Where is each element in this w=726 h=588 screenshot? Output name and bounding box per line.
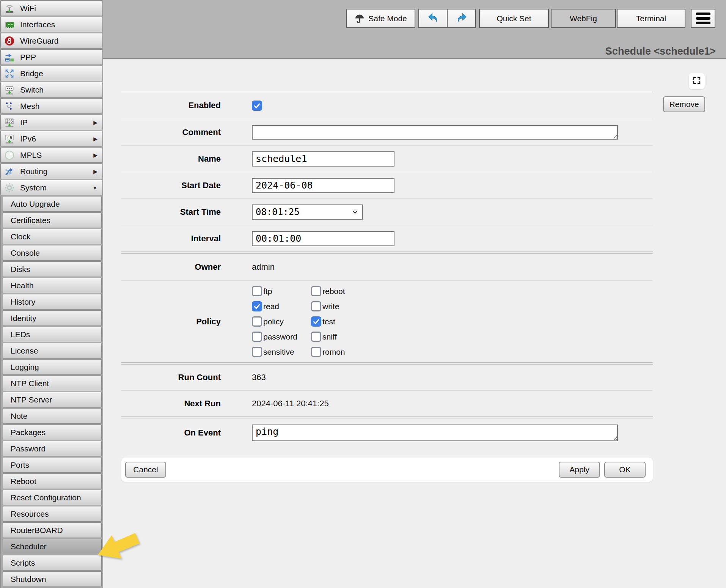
sidebar-item-clock[interactable]: Clock — [3, 229, 102, 244]
hamburger-icon — [696, 13, 710, 24]
sidebar-item-scheduler[interactable]: Scheduler — [3, 539, 102, 554]
quick-set-button[interactable]: Quick Set — [479, 9, 549, 28]
sidebar-item-scripts[interactable]: Scripts — [3, 555, 102, 571]
sidebar-item-console[interactable]: Console — [3, 245, 102, 261]
svg-text:6: 6 — [10, 135, 12, 140]
mpls-icon — [3, 149, 16, 161]
sidebar-item-ntp-server[interactable]: NTP Server — [3, 392, 102, 407]
sniff-checkbox[interactable] — [311, 332, 321, 342]
sidebar-item-note[interactable]: Note — [3, 408, 102, 424]
terminal-button[interactable]: Terminal — [617, 9, 685, 28]
sidebar-item-switch[interactable]: Switch — [0, 82, 103, 97]
interval-label: Interval — [121, 234, 221, 244]
ppp-icon — [3, 51, 16, 63]
enabled-label: Enabled — [121, 101, 221, 110]
webfig-tab[interactable]: WebFig — [551, 9, 616, 28]
sidebar-item-packages[interactable]: Packages — [3, 424, 102, 440]
name-input[interactable] — [252, 151, 394, 167]
write-checkbox[interactable] — [311, 301, 321, 311]
read-checkbox[interactable] — [252, 301, 262, 311]
page-title: Schedule <schedule1> — [605, 46, 716, 57]
sidebar-item-mpls[interactable]: MPLS▶ — [0, 147, 103, 163]
submenu-arrow-right-icon: ▶ — [93, 168, 102, 175]
sidebar-item-resources[interactable]: Resources — [3, 506, 102, 522]
sidebar-item-bridge[interactable]: Bridge — [0, 66, 103, 81]
undo-button[interactable] — [419, 9, 447, 27]
form-section-stats: Run Count 363 Next Run 2024-06-11 20:41:… — [121, 364, 653, 417]
romon-checkbox[interactable] — [311, 347, 321, 357]
interval-input[interactable] — [252, 231, 394, 246]
sidebar-item-label: PPP — [20, 53, 36, 62]
start-time-select[interactable]: 08:01:25 — [252, 204, 363, 220]
password-checkbox[interactable] — [252, 332, 262, 342]
submenu-arrow-right-icon: ▶ — [93, 152, 102, 158]
switch-icon — [3, 84, 16, 96]
sidebar-top-menu: WiFiInterfacesWireGuardPPPBridgeSwitchMe… — [0, 0, 103, 195]
sidebar-item-wifi[interactable]: WiFi — [0, 0, 103, 16]
sidebar-item-history[interactable]: History — [3, 294, 102, 310]
sidebar-item-identity[interactable]: Identity — [3, 310, 102, 326]
sidebar-item-disks[interactable]: Disks — [3, 261, 102, 277]
sidebar-item-system[interactable]: System▼ — [0, 180, 103, 195]
sidebar-item-ip[interactable]: 255IP▶ — [0, 115, 103, 130]
policy-option-read: read — [252, 299, 311, 314]
sidebar-item-reboot[interactable]: Reboot — [3, 473, 102, 489]
start-date-label: Start Date — [121, 181, 221, 190]
sidebar-item-interfaces[interactable]: Interfaces — [0, 17, 103, 32]
start-date-input[interactable] — [252, 178, 394, 193]
sensitive-checkbox[interactable] — [252, 347, 262, 357]
sidebar-item-certificates[interactable]: Certificates — [3, 212, 102, 228]
ipv6-icon: ✓6 — [3, 133, 16, 145]
policy-option-label: write — [322, 302, 339, 311]
safe-mode-label: Safe Mode — [368, 14, 407, 23]
sidebar-item-wireguard[interactable]: WireGuard — [0, 33, 103, 49]
apply-button[interactable]: Apply — [559, 462, 600, 478]
sidebar-item-password[interactable]: Password — [3, 441, 102, 456]
system-icon — [3, 182, 16, 194]
interval-row: Interval — [121, 225, 653, 252]
sidebar-item-auto-upgrade[interactable]: Auto Upgrade — [3, 196, 102, 212]
sidebar-item-shutdown[interactable]: Shutdown — [3, 571, 102, 587]
sidebar-item-license[interactable]: License — [3, 343, 102, 358]
on-event-textarea[interactable]: ping — [252, 424, 618, 441]
reboot-checkbox[interactable] — [311, 286, 321, 296]
policy-option-label: password — [263, 332, 297, 341]
policy-option-sniff: sniff — [311, 329, 370, 344]
next-run-row: Next Run 2024-06-11 20:41:25 — [121, 390, 653, 416]
sidebar-item-ntp-client[interactable]: NTP Client — [3, 376, 102, 391]
test-checkbox[interactable] — [311, 316, 321, 327]
hamburger-menu-button[interactable] — [691, 9, 715, 28]
policy-option-label: ftp — [263, 287, 272, 296]
enabled-checkbox[interactable] — [252, 101, 262, 111]
ftp-checkbox[interactable] — [252, 286, 262, 296]
policy-option-romon: romon — [311, 344, 370, 360]
start-date-row: Start Date — [121, 172, 653, 198]
sidebar-item-ipv6[interactable]: ✓6IPv6▶ — [0, 131, 103, 146]
umbrella-icon — [354, 13, 365, 24]
remove-button[interactable]: Remove — [663, 96, 705, 112]
wireguard-icon — [3, 35, 16, 47]
sidebar-item-label: Switch — [20, 85, 44, 94]
sidebar-item-routing[interactable]: Routing▶ — [0, 164, 103, 179]
policy-option-label: reboot — [322, 287, 345, 296]
redo-button[interactable] — [447, 9, 475, 27]
safe-mode-button[interactable]: Safe Mode — [346, 9, 415, 28]
sidebar: WiFiInterfacesWireGuardPPPBridgeSwitchMe… — [0, 0, 103, 588]
ok-button[interactable]: OK — [604, 462, 646, 478]
start-time-label: Start Time — [121, 207, 221, 217]
sidebar-item-ppp[interactable]: PPP — [0, 49, 103, 65]
cancel-button[interactable]: Cancel — [125, 462, 166, 478]
policy-checkbox[interactable] — [252, 316, 262, 327]
policy-option-sensitive: sensitive — [252, 344, 311, 360]
sidebar-item-leds[interactable]: LEDs — [3, 327, 102, 342]
sidebar-item-ports[interactable]: Ports — [3, 457, 102, 473]
sidebar-item-logging[interactable]: Logging — [3, 359, 102, 375]
start-time-row: Start Time 08:01:25 — [121, 198, 653, 225]
sidebar-item-mesh[interactable]: Mesh — [0, 98, 103, 114]
sidebar-item-routerboard[interactable]: RouterBOARD — [3, 522, 102, 538]
fullscreen-button[interactable] — [689, 73, 705, 89]
sidebar-item-health[interactable]: Health — [3, 278, 102, 293]
comment-textarea[interactable] — [252, 125, 618, 140]
policy-option-password: password — [252, 329, 311, 344]
sidebar-item-reset-configuration[interactable]: Reset Configuration — [3, 490, 102, 505]
